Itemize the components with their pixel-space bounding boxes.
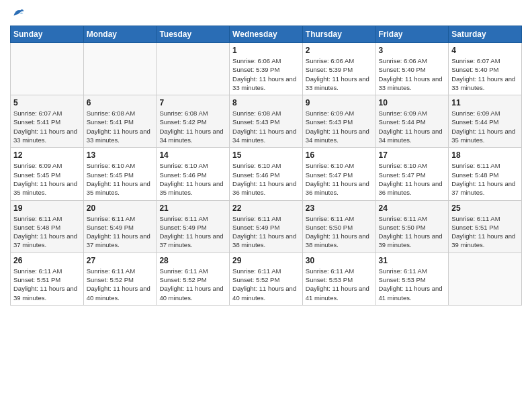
calendar-cell: 6Sunrise: 6:08 AM Sunset: 5:41 PM Daylig… — [83, 95, 157, 148]
day-info-text: Sunrise: 6:11 AM Sunset: 5:53 PM Dayligh… — [306, 267, 373, 302]
day-info-text: Sunrise: 6:08 AM Sunset: 5:41 PM Dayligh… — [87, 109, 154, 144]
day-number: 20 — [87, 203, 154, 213]
day-number: 8 — [232, 98, 300, 107]
header — [10, 7, 522, 20]
calendar-cell: 12Sunrise: 6:09 AM Sunset: 5:45 PM Dayli… — [11, 148, 84, 200]
day-number: 22 — [232, 203, 300, 213]
calendar-header-row: SundayMondayTuesdayWednesdayThursdayFrid… — [11, 26, 522, 43]
day-number: 10 — [379, 98, 446, 107]
day-info-text: Sunrise: 6:09 AM Sunset: 5:43 PM Dayligh… — [306, 109, 373, 144]
day-info-text: Sunrise: 6:09 AM Sunset: 5:44 PM Dayligh… — [379, 109, 446, 144]
day-info-text: Sunrise: 6:11 AM Sunset: 5:52 PM Dayligh… — [87, 267, 154, 302]
calendar-cell: 29Sunrise: 6:11 AM Sunset: 5:52 PM Dayli… — [230, 253, 303, 305]
calendar-day-header: Saturday — [449, 26, 522, 43]
day-number: 25 — [451, 203, 519, 213]
calendar-cell — [11, 43, 84, 95]
day-number: 31 — [379, 256, 446, 265]
day-number: 29 — [232, 256, 300, 265]
calendar-week-row: 12Sunrise: 6:09 AM Sunset: 5:45 PM Dayli… — [11, 148, 522, 200]
calendar-cell: 4Sunrise: 6:07 AM Sunset: 5:40 PM Daylig… — [449, 43, 522, 95]
calendar-cell: 15Sunrise: 6:10 AM Sunset: 5:46 PM Dayli… — [230, 148, 303, 200]
day-info-text: Sunrise: 6:11 AM Sunset: 5:49 PM Dayligh… — [232, 214, 300, 250]
calendar-cell — [157, 43, 230, 95]
calendar-cell: 26Sunrise: 6:11 AM Sunset: 5:51 PM Dayli… — [11, 253, 84, 305]
day-info-text: Sunrise: 6:10 AM Sunset: 5:45 PM Dayligh… — [87, 161, 154, 197]
day-number: 4 — [451, 46, 519, 55]
day-number: 26 — [13, 256, 81, 265]
calendar-cell: 10Sunrise: 6:09 AM Sunset: 5:44 PM Dayli… — [375, 95, 449, 148]
day-number: 27 — [87, 256, 154, 265]
calendar-cell — [83, 43, 157, 95]
calendar-cell: 11Sunrise: 6:09 AM Sunset: 5:44 PM Dayli… — [449, 95, 522, 148]
calendar-cell: 23Sunrise: 6:11 AM Sunset: 5:50 PM Dayli… — [302, 200, 375, 253]
calendar-cell: 31Sunrise: 6:11 AM Sunset: 5:53 PM Dayli… — [375, 253, 449, 305]
day-number: 24 — [379, 203, 446, 213]
calendar-table: SundayMondayTuesdayWednesdayThursdayFrid… — [10, 26, 522, 306]
calendar-cell: 30Sunrise: 6:11 AM Sunset: 5:53 PM Dayli… — [302, 253, 375, 305]
calendar-cell: 28Sunrise: 6:11 AM Sunset: 5:52 PM Dayli… — [157, 253, 230, 305]
calendar-day-header: Thursday — [302, 26, 375, 43]
calendar-day-header: Wednesday — [230, 26, 303, 43]
day-number: 16 — [306, 150, 373, 160]
day-info-text: Sunrise: 6:08 AM Sunset: 5:43 PM Dayligh… — [232, 109, 300, 144]
calendar-week-row: 5Sunrise: 6:07 AM Sunset: 5:41 PM Daylig… — [11, 95, 522, 148]
day-number: 2 — [306, 46, 373, 55]
day-number: 23 — [306, 203, 373, 213]
calendar-cell: 24Sunrise: 6:11 AM Sunset: 5:50 PM Dayli… — [375, 200, 449, 253]
day-number: 5 — [13, 98, 81, 107]
calendar-cell: 25Sunrise: 6:11 AM Sunset: 5:51 PM Dayli… — [449, 200, 522, 253]
day-info-text: Sunrise: 6:10 AM Sunset: 5:46 PM Dayligh… — [232, 161, 300, 197]
calendar-cell — [449, 253, 522, 305]
day-info-text: Sunrise: 6:06 AM Sunset: 5:40 PM Dayligh… — [379, 56, 446, 92]
calendar-cell: 22Sunrise: 6:11 AM Sunset: 5:49 PM Dayli… — [230, 200, 303, 253]
day-number: 21 — [159, 203, 226, 213]
calendar-cell: 3Sunrise: 6:06 AM Sunset: 5:40 PM Daylig… — [375, 43, 449, 95]
calendar-cell: 13Sunrise: 6:10 AM Sunset: 5:45 PM Dayli… — [83, 148, 157, 200]
day-info-text: Sunrise: 6:07 AM Sunset: 5:40 PM Dayligh… — [451, 56, 519, 92]
day-info-text: Sunrise: 6:11 AM Sunset: 5:51 PM Dayligh… — [13, 267, 81, 302]
day-info-text: Sunrise: 6:11 AM Sunset: 5:49 PM Dayligh… — [87, 214, 154, 250]
day-number: 19 — [13, 203, 81, 213]
calendar-cell: 27Sunrise: 6:11 AM Sunset: 5:52 PM Dayli… — [83, 253, 157, 305]
calendar-cell: 18Sunrise: 6:11 AM Sunset: 5:48 PM Dayli… — [449, 148, 522, 200]
day-number: 18 — [451, 150, 519, 160]
calendar-cell: 5Sunrise: 6:07 AM Sunset: 5:41 PM Daylig… — [11, 95, 84, 148]
calendar-cell: 21Sunrise: 6:11 AM Sunset: 5:49 PM Dayli… — [157, 200, 230, 253]
day-info-text: Sunrise: 6:06 AM Sunset: 5:39 PM Dayligh… — [306, 56, 373, 92]
day-info-text: Sunrise: 6:11 AM Sunset: 5:52 PM Dayligh… — [159, 267, 226, 302]
day-number: 15 — [232, 150, 300, 160]
logo-bird-icon — [11, 7, 25, 20]
calendar-cell: 14Sunrise: 6:10 AM Sunset: 5:46 PM Dayli… — [157, 148, 230, 200]
day-info-text: Sunrise: 6:10 AM Sunset: 5:47 PM Dayligh… — [306, 161, 373, 197]
day-info-text: Sunrise: 6:11 AM Sunset: 5:48 PM Dayligh… — [13, 214, 81, 250]
day-info-text: Sunrise: 6:07 AM Sunset: 5:41 PM Dayligh… — [13, 109, 81, 144]
day-number: 13 — [87, 150, 154, 160]
calendar-cell: 17Sunrise: 6:10 AM Sunset: 5:47 PM Dayli… — [375, 148, 449, 200]
calendar-day-header: Sunday — [11, 26, 84, 43]
day-info-text: Sunrise: 6:11 AM Sunset: 5:48 PM Dayligh… — [451, 161, 519, 197]
day-number: 3 — [379, 46, 446, 55]
day-info-text: Sunrise: 6:11 AM Sunset: 5:50 PM Dayligh… — [306, 214, 373, 250]
day-number: 9 — [306, 98, 373, 107]
day-info-text: Sunrise: 6:11 AM Sunset: 5:49 PM Dayligh… — [159, 214, 226, 250]
day-number: 30 — [306, 256, 373, 265]
calendar-week-row: 26Sunrise: 6:11 AM Sunset: 5:51 PM Dayli… — [11, 253, 522, 305]
calendar-day-header: Monday — [83, 26, 157, 43]
day-info-text: Sunrise: 6:11 AM Sunset: 5:53 PM Dayligh… — [379, 267, 446, 302]
calendar-cell: 1Sunrise: 6:06 AM Sunset: 5:39 PM Daylig… — [230, 43, 303, 95]
calendar-day-header: Tuesday — [157, 26, 230, 43]
day-number: 28 — [159, 256, 226, 265]
day-info-text: Sunrise: 6:09 AM Sunset: 5:45 PM Dayligh… — [13, 161, 81, 197]
page: SundayMondayTuesdayWednesdayThursdayFrid… — [0, 0, 532, 411]
day-number: 6 — [87, 98, 154, 107]
day-number: 1 — [232, 46, 300, 55]
calendar-cell: 16Sunrise: 6:10 AM Sunset: 5:47 PM Dayli… — [302, 148, 375, 200]
calendar-cell: 7Sunrise: 6:08 AM Sunset: 5:42 PM Daylig… — [157, 95, 230, 148]
day-number: 11 — [451, 98, 519, 107]
day-number: 17 — [379, 150, 446, 160]
day-info-text: Sunrise: 6:11 AM Sunset: 5:51 PM Dayligh… — [451, 214, 519, 250]
calendar-cell: 9Sunrise: 6:09 AM Sunset: 5:43 PM Daylig… — [302, 95, 375, 148]
day-info-text: Sunrise: 6:10 AM Sunset: 5:46 PM Dayligh… — [159, 161, 226, 197]
day-number: 12 — [13, 150, 81, 160]
logo — [10, 7, 25, 20]
